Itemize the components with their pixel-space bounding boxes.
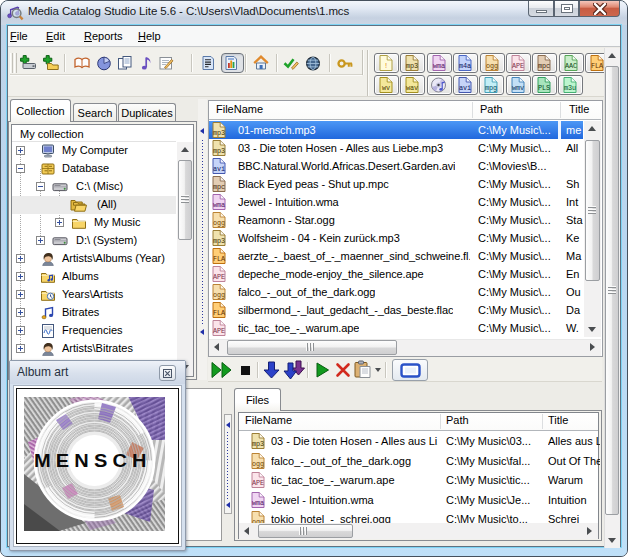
svg-text:FLA: FLA	[213, 309, 226, 317]
svg-text:mpg: mpg	[485, 84, 497, 92]
svg-text:ogg: ogg	[213, 219, 225, 227]
svg-text:FLA: FLA	[591, 62, 604, 70]
svg-text:avi: avi	[213, 165, 225, 173]
svg-text:mpc: mpc	[213, 183, 225, 191]
svg-text:wv: wv	[382, 84, 390, 92]
svg-text:ogg: ogg	[213, 291, 225, 299]
svg-text:mp3: mp3	[252, 440, 264, 448]
svg-text:mp3: mp3	[213, 147, 225, 155]
svg-text:mpc: mpc	[538, 62, 550, 70]
svg-text:APE: APE	[213, 327, 225, 335]
svg-text:APE: APE	[213, 273, 225, 281]
svg-text:wma: wma	[252, 499, 264, 507]
svg-text:wmv: wmv	[512, 84, 524, 92]
svg-text:APE: APE	[252, 480, 264, 488]
svg-text:mp3: mp3	[213, 129, 225, 137]
svg-text:wma: wma	[433, 62, 445, 70]
svg-text:!: !	[384, 62, 388, 70]
svg-text:PLS: PLS	[538, 84, 550, 92]
svg-text:ogg: ogg	[486, 62, 498, 70]
svg-text:wav: wav	[406, 84, 418, 92]
svg-text:MENSCH: MENSCH	[34, 451, 152, 471]
svg-text:m3u: m3u	[564, 84, 576, 92]
svg-text:APE: APE	[512, 62, 524, 70]
svg-text:mp3: mp3	[213, 237, 225, 245]
svg-text:AAC: AAC	[565, 62, 577, 70]
svg-text:ogg: ogg	[252, 460, 264, 468]
svg-text:wma: wma	[213, 201, 225, 209]
svg-text:mp3: mp3	[406, 62, 418, 70]
svg-text:m4a: m4a	[459, 62, 471, 70]
svg-text:avi: avi	[459, 84, 471, 92]
svg-text:FLA: FLA	[213, 255, 226, 263]
